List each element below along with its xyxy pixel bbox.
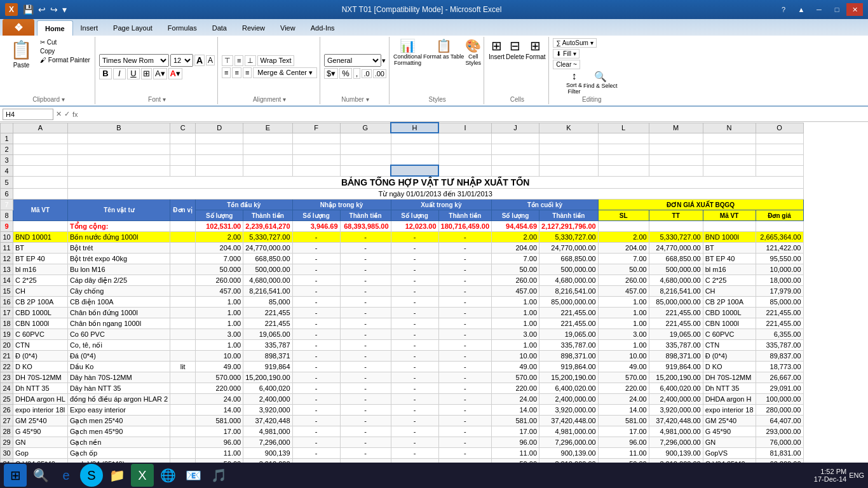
- r18-tt-dau[interactable]: 221,455: [243, 318, 292, 329]
- r3c3[interactable]: [170, 154, 196, 165]
- r12-tt-dau[interactable]: 668,850.00: [243, 254, 292, 264]
- r25-tt-bq[interactable]: 2,400,000.00: [649, 394, 703, 405]
- r25-sl-bq[interactable]: 24.00: [598, 394, 649, 405]
- underline-button[interactable]: U: [127, 68, 140, 79]
- r10-ma-bq[interactable]: BND 1000l: [703, 232, 756, 243]
- r30-sl-bq[interactable]: 11.00: [598, 448, 649, 459]
- r23-sl-xuat[interactable]: -: [391, 372, 438, 383]
- r23-dg-bq[interactable]: 26,667.00: [756, 372, 803, 383]
- r22-sl-xuat[interactable]: -: [391, 362, 438, 372]
- r29-sl-xuat[interactable]: -: [391, 437, 438, 448]
- r2c2[interactable]: [67, 144, 170, 154]
- r26-tt-cuoi[interactable]: 3,920,000.00: [539, 405, 599, 416]
- r15-dg-bq[interactable]: 17,979.00: [756, 286, 803, 297]
- r9c14[interactable]: [703, 221, 756, 232]
- r13-dg-bq[interactable]: 10,000.00: [756, 264, 803, 275]
- r27-tt-xuat[interactable]: -: [438, 416, 491, 426]
- r28-tt-bq[interactable]: 4,981,000.00: [649, 426, 703, 437]
- taskbar-chrome[interactable]: 🌐: [156, 464, 179, 487]
- minimize-btn[interactable]: ─: [811, 3, 827, 16]
- col-g-header[interactable]: G: [340, 123, 391, 133]
- r3c10[interactable]: [492, 154, 539, 165]
- r26-sl-bq[interactable]: 14.00: [598, 405, 649, 416]
- taskbar-search[interactable]: 🔍: [29, 464, 52, 487]
- r9c13[interactable]: [649, 221, 703, 232]
- r14-ma-bq[interactable]: C 2*25: [703, 275, 756, 286]
- r16-tt-bq[interactable]: 85,000,000.00: [649, 297, 703, 308]
- r20-sl-xuat[interactable]: -: [391, 340, 438, 351]
- r27-sl-bq[interactable]: 581.00: [598, 416, 649, 426]
- r27-tt-dau[interactable]: 37,420,448: [243, 416, 292, 426]
- r1c4[interactable]: [196, 133, 243, 144]
- insert-cells-btn[interactable]: ⊞ Insert: [489, 38, 505, 60]
- r23-sl-bq[interactable]: 570.00: [598, 372, 649, 383]
- col-i-header[interactable]: I: [438, 123, 491, 133]
- delete-cells-btn[interactable]: ⊟ Delete: [506, 38, 524, 60]
- r30-tt-bq[interactable]: 900,139.00: [649, 448, 703, 459]
- r18-ma[interactable]: CBN 1000l: [13, 318, 68, 329]
- r1c11[interactable]: [539, 133, 599, 144]
- r12-dg-bq[interactable]: 95,550.00: [756, 254, 803, 264]
- font-name-select[interactable]: Times New Rom: [99, 54, 169, 67]
- r11-ten[interactable]: Bột trét: [67, 243, 170, 254]
- r4c10[interactable]: [492, 165, 539, 176]
- r3c13[interactable]: [649, 154, 703, 165]
- r18-sl-xuat[interactable]: -: [391, 318, 438, 329]
- r16-dg-bq[interactable]: 85,000.00: [756, 297, 803, 308]
- r21-sl-dau[interactable]: 10.00: [196, 351, 243, 362]
- r23-tt-nhap[interactable]: -: [340, 372, 391, 383]
- r11-tt-nhap[interactable]: -: [340, 243, 391, 254]
- r14-tt-nhap[interactable]: -: [340, 275, 391, 286]
- r20-dv[interactable]: [170, 340, 196, 351]
- r2c1[interactable]: [13, 144, 68, 154]
- r16-tt-nhap[interactable]: -: [340, 297, 391, 308]
- help-btn[interactable]: ?: [775, 3, 792, 16]
- r18-ten[interactable]: Chân bồn ngang 1000l: [67, 318, 170, 329]
- r2c5[interactable]: [243, 144, 292, 154]
- r25-sl-dau[interactable]: 24.00: [196, 394, 243, 405]
- r16-dv[interactable]: [170, 297, 196, 308]
- r22-tt-xuat[interactable]: -: [438, 362, 491, 372]
- r22-dv[interactable]: lit: [170, 362, 196, 372]
- r22-sl-nhap[interactable]: -: [292, 362, 340, 372]
- r10-tt-xuat[interactable]: -: [438, 232, 491, 243]
- col-j-header[interactable]: J: [492, 123, 539, 133]
- r27-dg-bq[interactable]: 64,407.00: [756, 416, 803, 426]
- r16-sl-nhap[interactable]: -: [292, 297, 340, 308]
- taskbar-app1[interactable]: 📧: [182, 464, 205, 487]
- italic-button[interactable]: I: [113, 68, 126, 79]
- r28-tt-dau[interactable]: 4,981,000: [243, 426, 292, 437]
- r3c14[interactable]: [703, 154, 756, 165]
- r11-sl-cuoi[interactable]: 204.00: [492, 243, 539, 254]
- comma-btn[interactable]: ,: [353, 68, 361, 79]
- r23-ma-bq[interactable]: DH 70S-12MM: [703, 372, 756, 383]
- r13-tt-cuoi[interactable]: 500,000.00: [539, 264, 599, 275]
- r13-sl-dau[interactable]: 50.000: [196, 264, 243, 275]
- taskbar-explorer[interactable]: 📁: [105, 464, 128, 487]
- r9c1[interactable]: [13, 221, 68, 232]
- r13-ten[interactable]: Bu lon M16: [67, 264, 170, 275]
- r3c1[interactable]: [13, 154, 68, 165]
- r17-sl-bq[interactable]: 1.00: [598, 308, 649, 318]
- r22-ten[interactable]: Dầu Ko: [67, 362, 170, 372]
- r3c6[interactable]: [292, 154, 340, 165]
- qat-more[interactable]: ▾: [61, 3, 68, 16]
- paste-button[interactable]: 📋: [5, 38, 37, 62]
- r25-sl-xuat[interactable]: -: [391, 394, 438, 405]
- r15-tt-nhap[interactable]: -: [340, 286, 391, 297]
- r16-tt-xuat[interactable]: -: [438, 297, 491, 308]
- r12-tt-nhap[interactable]: -: [340, 254, 391, 264]
- r29-tt-dau[interactable]: 7,296,000: [243, 437, 292, 448]
- r18-dg-bq[interactable]: 221,455.00: [756, 318, 803, 329]
- r16-sl-xuat[interactable]: -: [391, 297, 438, 308]
- r13-tt-bq[interactable]: 500,000.00: [649, 264, 703, 275]
- align-right-btn[interactable]: ≡: [243, 67, 252, 78]
- r30-sl-nhap[interactable]: -: [292, 448, 340, 459]
- r19-dg-bq[interactable]: 6,355.00: [756, 329, 803, 340]
- r4c7[interactable]: [340, 165, 391, 176]
- r2c6[interactable]: [292, 144, 340, 154]
- col-d-header[interactable]: D: [196, 123, 243, 133]
- r18-sl-nhap[interactable]: -: [292, 318, 340, 329]
- r21-dg-bq[interactable]: 89,837.00: [756, 351, 803, 362]
- r1c12[interactable]: [598, 133, 649, 144]
